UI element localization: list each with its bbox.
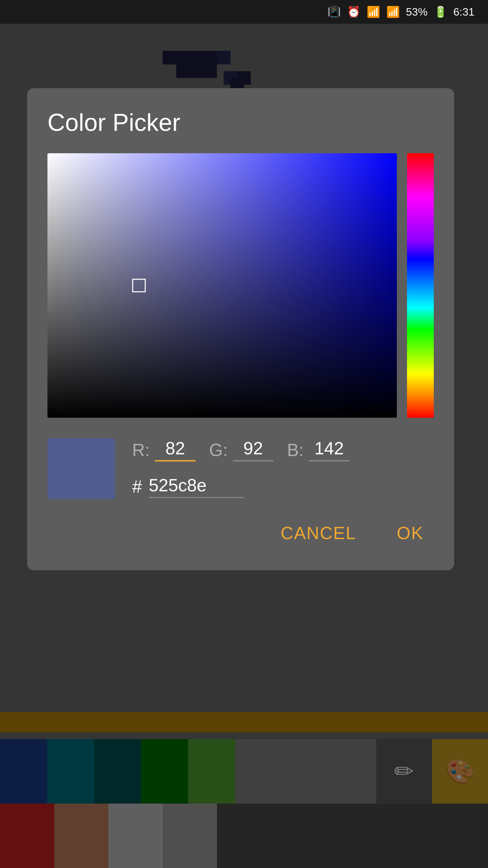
gradient-black — [47, 153, 397, 418]
signal-icon: 📶 — [386, 5, 400, 18]
hex-input[interactable] — [149, 475, 244, 498]
vibrate-icon: 📳 — [327, 5, 341, 18]
values-container: R: G: B: # — [132, 438, 434, 498]
r-item: R: — [132, 438, 196, 461]
g-input[interactable] — [233, 438, 273, 461]
color-picker-dialog: Color Picker R: G: B: — [27, 88, 454, 570]
dialog-title: Color Picker — [47, 108, 434, 136]
b-label: B: — [287, 440, 304, 460]
hue-slider[interactable] — [407, 153, 434, 418]
picker-cursor — [132, 279, 146, 292]
rgb-row: R: G: B: — [132, 438, 434, 461]
clock: 6:31 — [453, 6, 474, 18]
g-item: G: — [209, 438, 273, 461]
status-bar-content: 📳 ⏰ 📶 📶 53% 🔋 6:31 — [327, 5, 474, 18]
cancel-button[interactable]: CANCEL — [270, 516, 366, 550]
b-input[interactable] — [309, 438, 349, 461]
ok-button[interactable]: OK — [387, 516, 434, 550]
battery-icon: 🔋 — [434, 5, 447, 18]
color-values-section: R: G: B: # — [47, 438, 434, 499]
alarm-icon: ⏰ — [347, 5, 361, 18]
color-picker-area — [47, 153, 434, 418]
g-label: G: — [209, 440, 228, 460]
battery-percent: 53% — [406, 6, 428, 18]
b-item: B: — [287, 438, 349, 461]
status-bar: 📳 ⏰ 📶 📶 53% 🔋 6:31 — [0, 0, 488, 24]
wifi-icon: 📶 — [367, 5, 380, 18]
r-input[interactable] — [155, 438, 196, 461]
r-label: R: — [132, 440, 150, 460]
color-gradient[interactable] — [47, 153, 397, 418]
hex-label: # — [132, 476, 142, 497]
color-preview — [47, 438, 115, 499]
hex-row: # — [132, 475, 434, 498]
dialog-buttons: CANCEL OK — [47, 516, 434, 550]
